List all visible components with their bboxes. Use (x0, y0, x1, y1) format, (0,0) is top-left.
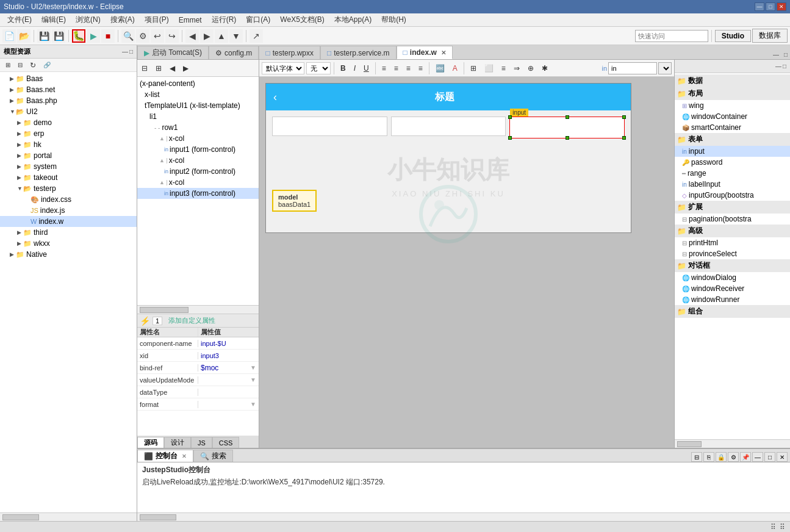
right-item-windowcontainer[interactable]: 🌐 windowContainer (675, 111, 790, 122)
struct-item-row1[interactable]: - - row1 (137, 122, 259, 133)
tab-js[interactable]: JS (191, 437, 212, 448)
props-icon[interactable]: ⚡ (140, 316, 150, 326)
close-button[interactable]: ✕ (777, 2, 786, 11)
right-panel-scrollbar[interactable] (675, 439, 790, 448)
minimize-panel-icon[interactable]: — (122, 48, 128, 55)
console-tab-close[interactable]: ✕ (182, 453, 187, 459)
menu-emmet[interactable]: Emmet (174, 15, 207, 26)
menu-help[interactable]: 帮助(H) (376, 13, 411, 26)
format-btn-2[interactable]: ≡ (498, 62, 509, 75)
tree-collapse-btn[interactable]: ⊞ (2, 59, 13, 72)
color-picker-btn[interactable]: A (450, 62, 461, 75)
canvas-input-2[interactable] (391, 117, 506, 136)
nav-down-btn[interactable]: ▼ (229, 29, 243, 43)
tree-expand-btn[interactable]: ⊟ (15, 59, 26, 72)
maximize-button[interactable]: □ (766, 2, 775, 11)
console-settings-btn[interactable]: ⚙ (728, 452, 739, 462)
tab-config[interactable]: ⚙ config.m (209, 46, 259, 59)
quick-access-input[interactable] (635, 30, 708, 42)
open-button[interactable]: 📂 (17, 29, 31, 43)
tree-item-baas-net[interactable]: ▶ 📁 Baas.net (0, 84, 137, 95)
nav-up-btn[interactable]: ▲ (215, 29, 228, 43)
tree-item-third[interactable]: ▶ 📁 third (0, 227, 137, 238)
tab-source[interactable]: 源码 (137, 437, 164, 448)
menu-window[interactable]: 窗口(A) (241, 13, 275, 26)
tree-item-portal[interactable]: ▶ 📁 portal (0, 150, 137, 161)
struct-item-li1[interactable]: li1 (137, 111, 259, 122)
tree-item-baas[interactable]: ▶ 📁 Baas (0, 73, 137, 84)
right-item-password[interactable]: 🔑 password (675, 157, 790, 168)
right-panel-minimize[interactable]: — (775, 63, 781, 70)
struct-item-xcol-2[interactable]: ▲ | x-col (137, 155, 259, 166)
handle-tr[interactable] (622, 115, 626, 119)
console-close-btn[interactable]: ✕ (777, 452, 788, 462)
section-extend[interactable]: 📁 扩展 (675, 201, 790, 214)
new-button[interactable]: 📄 (2, 29, 16, 43)
handle-bl[interactable] (508, 136, 512, 140)
tree-item-ui2[interactable]: ▼ 📂 UI2 (0, 106, 137, 117)
menu-search[interactable]: 搜索(A) (106, 13, 140, 26)
tree-link-btn[interactable]: 🔗 (40, 59, 54, 72)
right-item-windowdialog[interactable]: 🌐 windowDialog (675, 272, 790, 283)
underline-button[interactable]: U (361, 62, 372, 75)
tree-item-testerp[interactable]: ▼ 📂 testerp (0, 183, 137, 194)
console-scrollbar[interactable] (137, 512, 790, 521)
struct-expand-btn[interactable]: ⊞ (153, 62, 165, 75)
format-dropdown-icon[interactable]: ▼ (250, 401, 256, 408)
props-row-format[interactable]: format ▼ (137, 398, 259, 411)
props-row-component-name[interactable]: component-name input-$U (137, 337, 259, 350)
menu-edit[interactable]: 编辑(E) (37, 13, 71, 26)
props-row-bind-ref[interactable]: bind-ref $moc ▼ (137, 362, 259, 374)
right-item-inputgroup[interactable]: ◇ inputGroup(bootstra (675, 190, 790, 201)
struct-item-xlist[interactable]: x-list (137, 89, 259, 100)
struct-item-input1[interactable]: in input1 (form-control) (137, 144, 259, 155)
tree-item-baas-php[interactable]: ▶ 📁 Baas.php (0, 95, 137, 106)
tab-bar-minimize[interactable]: — (773, 51, 779, 58)
tab-wpxx[interactable]: □ testerp.wpxx (259, 46, 320, 59)
menu-file[interactable]: 文件(E) (2, 13, 37, 26)
in-field-select[interactable] (658, 62, 672, 74)
search-icon-btn[interactable]: 🔍 (121, 29, 135, 43)
bind-ref-dropdown-icon[interactable]: ▼ (250, 364, 256, 371)
studio-button[interactable]: Studio (715, 30, 751, 42)
struct-item-template[interactable]: tTemplateUI1 (x-list-template) (137, 100, 259, 111)
console-tab-search[interactable]: 🔍 搜索 (193, 450, 233, 462)
section-layout[interactable]: 📁 布局 (675, 87, 790, 100)
section-combo[interactable]: 📁 组合 (675, 305, 790, 318)
menu-localapp[interactable]: 本地App(A) (329, 13, 376, 26)
console-clear-btn[interactable]: ⊟ (691, 452, 702, 462)
save-all-button[interactable]: 💾 (52, 29, 65, 43)
maximize-panel-icon[interactable]: □ (129, 48, 133, 55)
console-maximize-btn[interactable]: □ (764, 452, 775, 462)
right-panel-maximize[interactable]: □ (783, 63, 786, 70)
tab-close-icon[interactable]: ✕ (441, 49, 446, 56)
console-copy-btn[interactable]: ⎘ (703, 452, 714, 462)
handle-tm[interactable] (566, 115, 569, 119)
struct-nav-right-btn[interactable]: ▶ (180, 62, 192, 75)
right-item-printhtml[interactable]: ⊟ printHtml (675, 237, 790, 248)
canvas-model-box[interactable]: model baasData1 (272, 190, 317, 212)
in-field-input[interactable] (608, 62, 657, 74)
right-item-provinceselect[interactable]: ⊟ provinceSelect (675, 248, 790, 259)
right-item-pagination[interactable]: ⊟ pagination(bootstra (675, 214, 790, 225)
save-button[interactable]: 💾 (37, 29, 51, 43)
console-minimize-btn[interactable]: — (752, 452, 763, 462)
right-item-windowreceiver[interactable]: 🌐 windowReceiver (675, 283, 790, 294)
right-item-input[interactable]: in input (675, 146, 790, 157)
tree-item-takeout[interactable]: ▶ 📁 takeout (0, 172, 137, 183)
menu-run[interactable]: 运行(R) (207, 13, 242, 26)
tree-item-wkxx[interactable]: ▶ 📁 wkxx (0, 238, 137, 249)
handle-br[interactable] (622, 136, 626, 140)
bold-button[interactable]: B (337, 62, 349, 75)
tree-item-index-css[interactable]: 🎨 index.css (0, 194, 137, 205)
struct-scrollbar[interactable] (137, 305, 259, 314)
border-btn[interactable]: ⬜ (481, 62, 497, 75)
minimize-button[interactable]: — (755, 2, 764, 11)
format-btn-4[interactable]: ✱ (539, 62, 551, 75)
console-scroll-lock-btn[interactable]: 🔒 (716, 452, 727, 462)
struct-item-input3[interactable]: in input3 (form-control) (137, 188, 259, 199)
tab-index-w[interactable]: □ index.w ✕ (397, 46, 453, 59)
align-center-button[interactable]: ≡ (391, 62, 401, 75)
section-data[interactable]: 📁 数据 (675, 74, 790, 87)
left-panel-scrollbar[interactable] (0, 512, 137, 521)
